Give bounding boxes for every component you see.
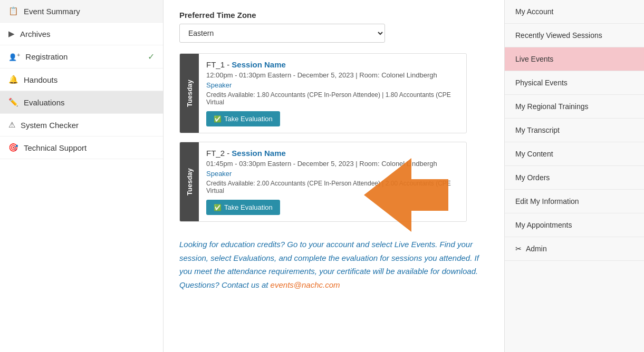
right-nav-label-recently-viewed: Recently Viewed Sessions	[515, 31, 602, 40]
sidebar-label-system-checker: System Checker	[21, 121, 79, 130]
right-nav-recently-viewed[interactable]: Recently Viewed Sessions	[505, 24, 644, 47]
right-nav-admin[interactable]: ✂ Admin	[505, 237, 644, 261]
timezone-select[interactable]: Eastern Central Mountain Pacific	[179, 24, 385, 43]
registration-check-icon: ✓	[148, 52, 155, 62]
sidebar-item-archives[interactable]: ▶ Archives	[0, 23, 163, 45]
eval-btn-label-1: Take Evaluation	[224, 115, 273, 123]
sidebar-item-system-checker[interactable]: ⚠ System Checker	[0, 114, 163, 136]
technical-support-icon: 🎯	[8, 143, 18, 152]
session-speaker-2: Speaker	[206, 170, 459, 178]
contact-email[interactable]: events@nachc.com	[271, 280, 340, 289]
right-nav-my-appointments[interactable]: My Appointments	[505, 213, 644, 237]
right-nav-label-physical-events: Physical Events	[515, 79, 568, 87]
right-nav-my-content[interactable]: My Content	[505, 142, 644, 166]
right-nav-edit-my-information[interactable]: Edit My Information	[505, 190, 644, 213]
right-nav-my-orders[interactable]: My Orders	[505, 166, 644, 190]
session-credits-2: Credits Available: 2.00 Accountants (CPE…	[206, 180, 459, 194]
right-nav-label-edit-my-information: Edit My Information	[515, 197, 579, 206]
sidebar-item-technical-support[interactable]: 🎯 Technical Support	[0, 136, 163, 159]
eval-btn-label-2: Take Evaluation	[224, 203, 273, 211]
session-time-1: 12:00pm - 01:30pm Eastern - December 5, …	[206, 71, 459, 79]
session-name-1: Session Name	[232, 60, 286, 69]
sidebar-label-registration: Registration	[25, 52, 68, 61]
sidebar-label-archives: Archives	[20, 30, 51, 38]
sidebar-item-handouts[interactable]: 🔔 Handouts	[0, 69, 163, 91]
sidebar-item-evaluations[interactable]: ✏️ Evaluations	[0, 91, 163, 114]
session-body-1: FT_1 - Session Name 12:00pm - 01:30pm Ea…	[199, 54, 466, 133]
archives-icon: ▶	[8, 29, 15, 38]
admin-icon: ✂	[515, 245, 522, 253]
right-nav-label-my-orders: My Orders	[515, 173, 550, 182]
sidebar-item-event-summary[interactable]: 📋 Event Summary	[0, 0, 163, 23]
sidebar-label-evaluations: Evaluations	[24, 98, 65, 107]
right-nav-live-events[interactable]: Live Events	[505, 47, 644, 71]
right-nav-label-my-regional-trainings: My Regional Trainings	[515, 102, 589, 111]
right-sidebar: My Account Recently Viewed Sessions Live…	[504, 0, 644, 352]
session-card-1: Tuesday FT_1 - Session Name 12:00pm - 01…	[179, 53, 467, 133]
session-day-bar-1: Tuesday	[180, 54, 199, 133]
session-title-2: FT_2 - Session Name	[206, 149, 459, 158]
right-nav-label-my-transcript: My Transcript	[515, 126, 560, 134]
session-title-1: FT_1 - Session Name	[206, 60, 459, 69]
right-nav-label-my-content: My Content	[515, 150, 553, 158]
right-nav-label-live-events: Live Events	[515, 55, 553, 63]
session-speaker-1: Speaker	[206, 81, 459, 89]
left-sidebar: 📋 Event Summary ▶ Archives 👤+ Registrati…	[0, 0, 164, 352]
evaluations-icon: ✏️	[8, 97, 18, 107]
right-nav-label-my-account: My Account	[515, 7, 553, 16]
session-code-2: FT_2 -	[206, 149, 232, 158]
event-summary-icon: 📋	[8, 6, 18, 16]
session-credits-1: Credits Available: 1.80 Accountants (CPE…	[206, 91, 459, 106]
session-day-bar-2: Tuesday	[180, 142, 199, 221]
session-name-2: Session Name	[232, 149, 286, 158]
eval-check-icon-2: ✅	[214, 204, 222, 211]
right-nav-label-my-appointments: My Appointments	[515, 221, 572, 229]
right-nav-physical-events[interactable]: Physical Events	[505, 71, 644, 95]
registration-icon: 👤+	[8, 52, 20, 61]
timezone-label: Preferred Time Zone	[179, 11, 488, 19]
sidebar-label-event-summary: Event Summary	[24, 7, 80, 16]
eval-check-icon-1: ✅	[214, 115, 222, 123]
right-nav-my-transcript[interactable]: My Transcript	[505, 119, 644, 142]
take-evaluation-btn-2[interactable]: ✅ Take Evaluation	[206, 200, 280, 215]
session-body-2: FT_2 - Session Name 01:45pm - 03:30pm Ea…	[199, 142, 466, 221]
sidebar-item-registration[interactable]: 👤+ Registration ✓	[0, 45, 163, 69]
sidebar-label-handouts: Handouts	[24, 75, 57, 84]
timezone-section: Preferred Time Zone Eastern Central Moun…	[179, 11, 488, 43]
right-nav-my-account[interactable]: My Account	[505, 0, 644, 24]
session-code-1: FT_1 -	[206, 60, 232, 69]
right-nav-my-regional-trainings[interactable]: My Regional Trainings	[505, 95, 644, 119]
right-nav-label-admin: Admin	[526, 245, 547, 253]
system-checker-icon: ⚠	[8, 120, 15, 130]
take-evaluation-btn-1[interactable]: ✅ Take Evaluation	[206, 111, 280, 126]
main-content: Preferred Time Zone Eastern Central Moun…	[164, 0, 504, 352]
session-time-2: 01:45pm - 03:30pm Eastern - December 5, …	[206, 160, 459, 168]
session-card-2: Tuesday FT_2 - Session Name 01:45pm - 03…	[179, 142, 467, 222]
handouts-icon: 🔔	[8, 75, 18, 84]
sidebar-label-technical-support: Technical Support	[24, 143, 86, 152]
info-text-section: Looking for education credits? Go to you…	[179, 238, 488, 291]
